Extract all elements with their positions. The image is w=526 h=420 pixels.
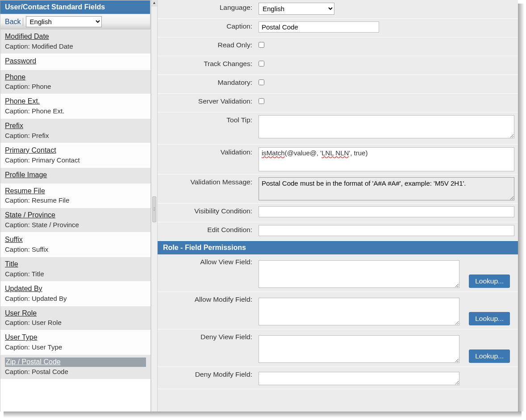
- label-deny-view: Deny View Field:: [158, 329, 257, 366]
- label-deny-modify: Deny Modify Field:: [158, 367, 257, 389]
- allow-modify-textarea[interactable]: [259, 298, 459, 325]
- validation-message-textarea[interactable]: Postal Code must be in the format of 'A#…: [259, 177, 514, 200]
- sidebar-toolbar: Back English: [0, 14, 150, 29]
- field-item[interactable]: User TypeCaption: User Type: [0, 330, 150, 355]
- field-item[interactable]: Profile Image: [0, 168, 150, 184]
- field-item-caption: Caption: Phone Ext.: [5, 107, 146, 115]
- language-select[interactable]: English: [259, 3, 334, 15]
- validation-textarea[interactable]: isMatch(@value@, 'LNL NLN', true): [259, 147, 514, 171]
- deny-view-lookup-button[interactable]: Lookup...: [469, 349, 510, 363]
- field-item-caption: Caption: Updated By: [5, 295, 146, 302]
- field-item-name: Suffix: [5, 235, 146, 245]
- field-item-name: Updated By: [5, 284, 146, 294]
- field-item-name: Primary Contact: [5, 146, 146, 155]
- label-tooltip: Tool Tip:: [158, 112, 257, 144]
- label-edit-condition: Edit Condition:: [158, 222, 257, 241]
- visibility-condition-input[interactable]: [259, 206, 514, 217]
- label-server-validation: Server Validation:: [158, 94, 257, 112]
- permissions-section-header: Role - Field Permissions: [158, 241, 518, 254]
- track-changes-checkbox[interactable]: [259, 61, 264, 67]
- label-allow-modify: Allow Modify Field:: [158, 292, 257, 329]
- field-item[interactable]: PrefixCaption: Prefix: [0, 119, 150, 143]
- label-track-changes: Track Changes:: [158, 56, 257, 75]
- field-item-name: User Role: [5, 309, 146, 318]
- field-item-caption: Caption: Title: [5, 270, 146, 278]
- field-item-name: Phone: [5, 73, 146, 82]
- caption-input[interactable]: [259, 21, 379, 33]
- tooltip-textarea[interactable]: [259, 115, 514, 138]
- field-item[interactable]: Modified DateCaption: Modified Date: [0, 29, 150, 54]
- field-item[interactable]: Password: [0, 54, 150, 70]
- sidebar-title: User/Contact Standard Fields: [0, 0, 150, 14]
- field-item-name: State / Province: [5, 211, 146, 220]
- field-item[interactable]: PhoneCaption: Phone: [0, 70, 150, 95]
- deny-view-textarea[interactable]: [259, 335, 459, 363]
- field-item[interactable]: TitleCaption: Title: [0, 257, 150, 282]
- label-visibility-condition: Visibility Condition:: [158, 204, 257, 222]
- allow-modify-lookup-button[interactable]: Lookup...: [469, 312, 510, 325]
- field-item-caption: Caption: User Type: [5, 343, 146, 351]
- field-item-caption: Caption: User Role: [5, 319, 146, 326]
- field-item[interactable]: SuffixCaption: Suffix: [0, 233, 150, 257]
- label-language: Language:: [158, 0, 257, 18]
- field-item-name: Title: [5, 260, 146, 269]
- label-caption: Caption:: [158, 19, 257, 37]
- field-item-name: Prefix: [5, 121, 146, 131]
- sidebar-scrollbar[interactable]: ▲: [151, 0, 158, 412]
- field-item-caption: Caption: Prefix: [5, 132, 146, 139]
- field-item-caption: Caption: State / Province: [5, 221, 146, 229]
- label-read-only: Read Only:: [158, 37, 257, 56]
- scroll-thumb[interactable]: [152, 196, 156, 222]
- field-item-name: Profile Image: [5, 170, 146, 180]
- field-item-name: User Type: [5, 333, 146, 342]
- label-validation-message: Validation Message:: [158, 175, 257, 203]
- allow-view-textarea[interactable]: [259, 260, 459, 288]
- field-item[interactable]: Updated ByCaption: Updated By: [0, 282, 150, 306]
- mandatory-checkbox[interactable]: [259, 79, 264, 85]
- field-item-name: Resume File: [5, 187, 146, 196]
- field-item-caption: Caption: Postal Code: [5, 368, 146, 375]
- sidebar: User/Contact Standard Fields Back Englis…: [0, 0, 151, 412]
- field-list[interactable]: Modified DateCaption: Modified DatePassw…: [0, 29, 150, 412]
- edit-condition-input[interactable]: [259, 225, 514, 236]
- main-panel: Language: English Caption: Read Only: Tr…: [158, 0, 518, 412]
- field-item-caption: Caption: Modified Date: [5, 42, 146, 50]
- field-item-name: Phone Ext.: [5, 97, 146, 106]
- field-item[interactable]: Primary ContactCaption: Primary Contact: [0, 143, 150, 168]
- field-item-caption: Caption: Phone: [5, 83, 146, 90]
- read-only-checkbox[interactable]: [259, 42, 264, 48]
- deny-modify-textarea[interactable]: [259, 372, 459, 385]
- field-item[interactable]: Zip / Postal CodeCaption: Postal Code: [0, 355, 150, 379]
- field-item-name: Modified Date: [5, 32, 146, 42]
- label-validation: Validation:: [158, 145, 257, 174]
- field-item-name: Password: [5, 57, 146, 66]
- back-button[interactable]: Back: [3, 18, 23, 26]
- scroll-up-icon[interactable]: ▲: [151, 0, 157, 6]
- label-allow-view: Allow View Field:: [158, 254, 257, 291]
- field-item-name: Zip / Postal Code: [5, 358, 146, 367]
- sidebar-language-select[interactable]: English: [26, 16, 102, 27]
- field-item[interactable]: State / ProvinceCaption: State / Provinc…: [0, 208, 150, 233]
- field-item-caption: Caption: Suffix: [5, 245, 146, 253]
- field-item[interactable]: Resume FileCaption: Resume File: [0, 184, 150, 208]
- field-item-caption: Caption: Primary Contact: [5, 156, 146, 164]
- field-item-caption: Caption: Resume File: [5, 196, 146, 204]
- allow-view-lookup-button[interactable]: Lookup...: [469, 274, 510, 288]
- server-validation-checkbox[interactable]: [259, 98, 264, 104]
- label-mandatory: Mandatory:: [158, 75, 257, 93]
- field-item[interactable]: Phone Ext.Caption: Phone Ext.: [0, 94, 150, 119]
- field-item[interactable]: User RoleCaption: User Role: [0, 306, 150, 331]
